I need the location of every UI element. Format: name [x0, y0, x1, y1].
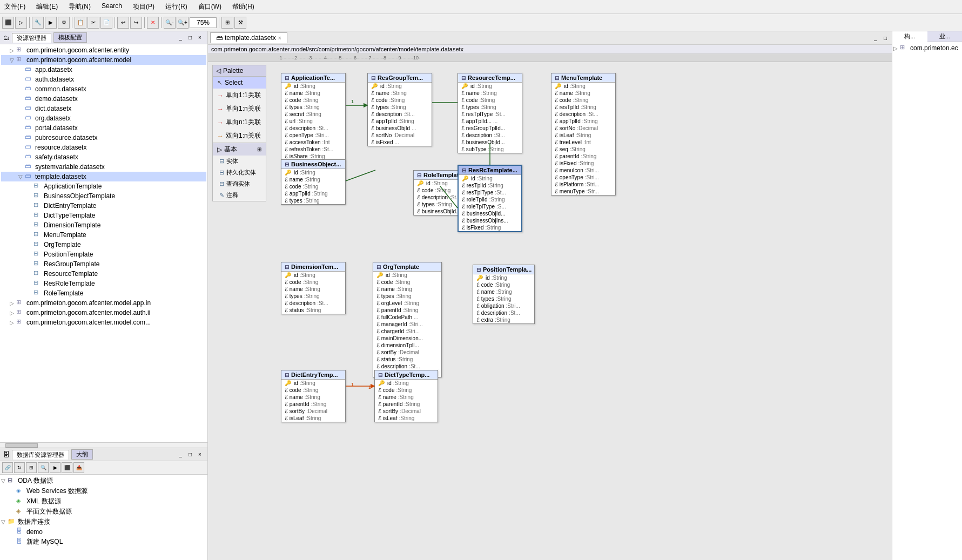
tab-right-structure[interactable]: 构... [892, 31, 927, 42]
tree-item-app[interactable]: 🗃 app.datasetx [1, 65, 206, 75]
menu-edit[interactable]: 编辑(E) [34, 1, 60, 12]
db-connection-root[interactable]: ▽ 📁 数据库连接 [1, 517, 206, 527]
palette-comment[interactable]: ✎ 注释 [213, 190, 266, 201]
tree-item-dict[interactable]: 🗃 dict.datasetx [1, 104, 206, 113]
right-tree-pkg[interactable]: ▷ ⊞ com.primeton.ec [893, 43, 961, 53]
tree-item-auth[interactable]: 🗃 auth.datasetx [1, 75, 206, 84]
palette-basic-section[interactable]: ▷ 基本 ⊞ [213, 143, 266, 156]
xml-datasource[interactable]: ◈ XML 数据源 [1, 496, 206, 507]
toolbar-redo[interactable]: ↪ [130, 17, 142, 29]
entity-card-menu-template[interactable]: ⊟ MenuTemplate 🔑id :String ℰ name :Strin… [551, 73, 616, 195]
tree-item-sysvar[interactable]: 🗃 systemvariable.datasetx [1, 162, 206, 172]
tree-item-pubresource[interactable]: 🗃 pubresource.datasetx [1, 133, 206, 143]
tree-item-org-template[interactable]: ⊟ OrgTemplate [1, 240, 206, 249]
horizontal-scrollbar[interactable] [0, 442, 207, 448]
palette-rel-1[interactable]: → 单向1:1关联 [213, 89, 266, 102]
toolbar-zoom-in[interactable]: 🔍+ [177, 17, 189, 29]
tree-item-resource[interactable]: 🗃 resource.datasetx [1, 143, 206, 152]
tab-resource-manager[interactable]: 资源管理器 [12, 33, 51, 43]
toolbar-zoom-out[interactable]: 🔍- [164, 17, 176, 29]
palette-select-item[interactable]: ↖ Select [213, 77, 266, 89]
menu-search[interactable]: Search [99, 1, 124, 12]
tree-item-menu-template[interactable]: ⊟ MenuTemplate [1, 230, 206, 240]
menu-nav[interactable]: 导航(N) [66, 1, 93, 12]
tab-db-manager[interactable]: 数据库资源管理器 [12, 450, 69, 460]
maximize-icon[interactable]: □ [186, 33, 194, 42]
toolbar-undo[interactable]: ↩ [117, 17, 129, 29]
tab-close-btn[interactable]: × [278, 35, 281, 41]
tab-outline[interactable]: 大纲 [71, 449, 93, 460]
palette-query-entity[interactable]: ⊟ 查询实体 [213, 178, 266, 190]
tree-item-common[interactable]: 🗃 common.datasetx [1, 84, 206, 94]
tree-item-model-pkg[interactable]: ▽ ⊞ com.primeton.gocom.afcenter.model [1, 55, 206, 65]
toolbar-btn-2[interactable]: ▷ [15, 17, 27, 29]
right-tree-content[interactable]: ▷ ⊞ com.primeton.ec [892, 42, 962, 560]
zoom-input[interactable]: 75% [190, 17, 217, 28]
tab-template-config[interactable]: 模板配置 [53, 32, 87, 43]
db-close-icon[interactable]: × [196, 450, 204, 459]
toolbar-btn-8[interactable]: 📄 [100, 17, 112, 29]
tree-item-res-template[interactable]: ⊟ ResourceTemplate [1, 269, 206, 279]
tree-item-biz-template[interactable]: ⊟ BusinessObjectTemplate [1, 191, 206, 201]
db-maximize-icon[interactable]: □ [186, 450, 194, 459]
tree-item-role-template[interactable]: ⊟ RoleTemplate [1, 288, 206, 298]
tree-item-app-template[interactable]: ⊟ ApplicationTemplate [1, 181, 206, 191]
db-btn-4[interactable]: 🔍 [38, 462, 49, 473]
palette-rel-2[interactable]: → 单向1:n关联 [213, 102, 266, 116]
tree-item-portal[interactable]: 🗃 portal.datasetx [1, 123, 206, 133]
oda-root[interactable]: ▽ ⊟ ODA 数据源 [1, 476, 206, 486]
entity-card-pos-template[interactable]: ⊟ PositionTempla... 🔑id :String ℰ code :… [473, 265, 535, 324]
db-minimize-icon[interactable]: _ [176, 450, 185, 459]
palette-entity[interactable]: ⊟ 实体 [213, 156, 266, 167]
entity-card-resrole-template[interactable]: ⊟ ResRcTemplate... 🔑id :String ℰ resTplI… [458, 165, 522, 232]
tab-right-business[interactable]: 业... [927, 31, 963, 42]
demo-db[interactable]: 🗄 demo [1, 527, 206, 537]
tree-item-dim-template[interactable]: ⊟ DimensionTemplate [1, 220, 206, 230]
db-btn-3[interactable]: ⊞ [26, 462, 37, 473]
db-btn-6[interactable]: ⬛ [62, 462, 72, 473]
close-icon[interactable]: × [196, 33, 204, 42]
tree-item-com-pkg[interactable]: ▷ ⊞ com.primeton.gocom.afcenter.model.co… [1, 318, 206, 327]
entity-card-dicttype-template[interactable]: ⊟ DictTypeTemp... 🔑id :String ℰ code :St… [374, 370, 438, 422]
db-btn-7[interactable]: 📥 [73, 462, 84, 473]
entity-card-bizobj-template[interactable]: ⊟ BusinessObject... 🔑id :String ℰ name :… [281, 159, 346, 205]
canvas-area[interactable]: ·1·········2·········3·········4········… [208, 54, 892, 560]
center-maximize-icon[interactable]: □ [881, 33, 890, 42]
menu-run[interactable]: 运行(R) [163, 1, 190, 12]
tree-item-safety[interactable]: 🗃 safety.datasetx [1, 152, 206, 162]
tree-item-resgrp-template[interactable]: ⊟ ResGroupTemplate [1, 259, 206, 269]
db-btn-5[interactable]: ▶ [50, 462, 60, 473]
toolbar-btn-6[interactable]: 📋 [75, 17, 86, 29]
menu-project[interactable]: 项目(P) [131, 1, 157, 12]
toolbar-btn-4[interactable]: ▶ [45, 17, 57, 29]
db-tree[interactable]: ▽ ⊟ ODA 数据源 ◈ Web Services 数据源 ◈ XML 数据源 [0, 475, 207, 560]
tree-item-resrole-template[interactable]: ⊟ ResRoleTemplate [1, 279, 206, 288]
toolbar-btn-5[interactable]: ⚙ [58, 17, 70, 29]
entity-card-resgroup-template[interactable]: ⊟ ResGroupTem... 🔑id :String ℰ name :Str… [367, 73, 432, 146]
db-btn-2[interactable]: ↻ [14, 462, 25, 473]
tree-item-pos-template[interactable]: ⊟ PositionTemplate [1, 249, 206, 259]
entity-card-resource-template[interactable]: ⊟ ResourceTemp... 🔑id :String ℰ name :St… [458, 73, 522, 153]
entity-card-org-template[interactable]: ⊟ OrgTemplate 🔑id :String ℰ code :String… [373, 262, 442, 377]
menu-file[interactable]: 文件(F) [2, 1, 28, 12]
tree-item-dictentry-template[interactable]: ⊟ DictEntryTemplate [1, 201, 206, 211]
entity-card-dictentry-template[interactable]: ⊟ DictEntryTemp... 🔑id :String ℰ code :S… [281, 370, 346, 422]
tab-template-datasetx[interactable]: 🗃 template.datasetx × [210, 32, 287, 43]
toolbar-btn-7[interactable]: ✂ [88, 17, 99, 29]
tree-item-entity-pkg[interactable]: ▷ ⊞ com.primeton.gocom.afcenter.entity [1, 45, 206, 55]
db-btn-1[interactable]: 🔗 [2, 462, 13, 473]
tree-item-org[interactable]: 🗃 org.datasetx [1, 113, 206, 123]
tree-item-demo[interactable]: 🗃 demo.datasetx [1, 94, 206, 104]
toolbar-settings[interactable]: ⚒ [234, 17, 246, 29]
scrollbar-thumb[interactable] [5, 443, 38, 448]
toolbar-grid[interactable]: ⊞ [221, 17, 233, 29]
menu-window[interactable]: 窗口(W) [196, 1, 224, 12]
minimize-icon[interactable]: _ [176, 33, 185, 42]
tree-item-dicttype-template[interactable]: ⊟ DictTypeTemplate [1, 211, 206, 220]
resource-tree[interactable]: ▷ ⊞ com.primeton.gocom.afcenter.entity ▽… [0, 44, 207, 442]
toolbar-btn-1[interactable]: ⬛ [2, 17, 14, 29]
ws-datasource[interactable]: ◈ Web Services 数据源 [1, 486, 206, 496]
toolbar-stop[interactable]: ✕ [147, 17, 159, 29]
tree-item-template[interactable]: ▽ 🗃 template.datasetx [1, 172, 206, 181]
tree-item-app-in-pkg[interactable]: ▷ ⊞ com.primeton.gocom.afcenter.model.ap… [1, 298, 206, 308]
